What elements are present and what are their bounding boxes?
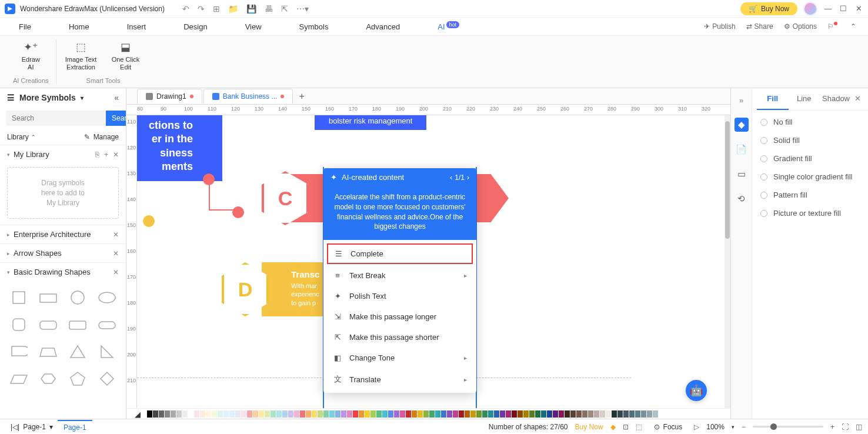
- tab-line[interactable]: Line: [789, 88, 820, 110]
- color-swatch[interactable]: [635, 410, 640, 418]
- zoom-value[interactable]: 100%: [706, 423, 725, 431]
- text-tool-button[interactable]: 📄: [735, 142, 749, 156]
- color-swatch[interactable]: [253, 410, 258, 418]
- color-swatch[interactable]: [629, 410, 635, 418]
- color-swatch[interactable]: [382, 410, 388, 418]
- user-avatar[interactable]: [803, 2, 817, 16]
- page-tab[interactable]: Page-1: [58, 420, 92, 434]
- zoom-knob[interactable]: [770, 423, 777, 430]
- maximize-button[interactable]: ☐: [839, 4, 848, 14]
- doc-tab-bank-business[interactable]: Bank Business ...: [203, 89, 293, 104]
- history-tool-button[interactable]: ⟲: [735, 192, 749, 206]
- shape-rounded-rect[interactable]: [36, 314, 60, 335]
- color-swatch[interactable]: [400, 410, 405, 418]
- color-swatch[interactable]: [459, 410, 464, 418]
- enterprise-header[interactable]: ▸ Enterprise Architecture ✕: [0, 225, 126, 243]
- color-swatch[interactable]: [223, 410, 229, 418]
- color-swatch[interactable]: [329, 410, 335, 418]
- collapse-ribbon-button[interactable]: ⌃: [850, 22, 856, 31]
- color-swatch[interactable]: [212, 410, 217, 418]
- color-swatch[interactable]: [376, 410, 382, 418]
- color-swatch[interactable]: [570, 410, 576, 418]
- close-panel-button[interactable]: ✕: [852, 88, 863, 110]
- menu-symbols[interactable]: Symbols: [292, 19, 336, 35]
- menu-design[interactable]: Design: [176, 19, 214, 35]
- color-swatch[interactable]: [494, 410, 499, 418]
- color-swatch[interactable]: [200, 410, 205, 418]
- ai-action-longer[interactable]: ⇲ Make this passage longer: [323, 306, 476, 327]
- publish-button[interactable]: ✈Publish: [704, 22, 735, 31]
- shape-circle[interactable]: [66, 287, 89, 308]
- color-swatch[interactable]: [159, 410, 164, 418]
- share-button[interactable]: ⇄Share: [746, 22, 773, 31]
- color-swatch[interactable]: [247, 410, 252, 418]
- color-swatch[interactable]: [512, 410, 517, 418]
- basic-shapes-header[interactable]: ▾ Basic Drawing Shapes ✕: [0, 263, 126, 281]
- color-swatch[interactable]: [241, 410, 246, 418]
- color-swatch[interactable]: [206, 410, 211, 418]
- shape-pentagon[interactable]: [66, 368, 89, 389]
- color-swatch[interactable]: [553, 410, 558, 418]
- color-swatch[interactable]: [365, 410, 370, 418]
- zoom-out-button[interactable]: −: [742, 423, 746, 431]
- options-button[interactable]: ⚙Options: [784, 22, 817, 31]
- shape-blue-banner[interactable]: ctions to er in the siness ments: [137, 115, 222, 181]
- color-swatch[interactable]: [194, 410, 199, 418]
- color-swatch[interactable]: [218, 410, 223, 418]
- color-swatch[interactable]: [447, 410, 452, 418]
- arrow-shapes-header[interactable]: ▸ Arrow Shapes ✕: [0, 244, 126, 262]
- ai-assistant-fab[interactable]: 🤖: [686, 380, 707, 401]
- prev-icon[interactable]: ‹: [450, 173, 452, 182]
- color-swatch[interactable]: [576, 410, 582, 418]
- color-swatch[interactable]: [323, 410, 329, 418]
- color-swatch[interactable]: [347, 410, 352, 418]
- print-icon[interactable]: 🖶: [265, 4, 273, 14]
- color-swatch[interactable]: [612, 410, 617, 418]
- color-swatch[interactable]: [171, 410, 176, 418]
- chevron-down-icon[interactable]: ▾: [732, 424, 735, 430]
- color-swatch[interactable]: [582, 410, 587, 418]
- canvas[interactable]: 110120130140150160170180190200210 ctions…: [126, 115, 730, 419]
- color-swatch[interactable]: [653, 410, 658, 418]
- color-swatch[interactable]: [588, 410, 593, 418]
- scrollbar-thumb[interactable]: [725, 121, 730, 239]
- collapse-panel-button[interactable]: «: [114, 93, 119, 102]
- open-icon[interactable]: 📁: [228, 4, 238, 14]
- slides-tool-button[interactable]: ▭: [735, 167, 749, 181]
- buy-now-button[interactable]: 🛒 Buy Now: [740, 2, 797, 15]
- color-swatch[interactable]: [182, 410, 188, 418]
- library-label[interactable]: Library: [7, 133, 29, 141]
- color-swatch[interactable]: [641, 410, 646, 418]
- search-button[interactable]: Search: [106, 111, 126, 126]
- color-swatch[interactable]: [617, 410, 623, 418]
- ai-action-polish[interactable]: ✦ Polish Text: [323, 286, 476, 306]
- notifications-button[interactable]: ⚐: [827, 22, 840, 31]
- color-swatch[interactable]: [147, 410, 152, 418]
- shape-parallelogram[interactable]: [7, 368, 31, 389]
- play-icon[interactable]: ▷: [694, 423, 699, 431]
- color-swatch[interactable]: [370, 410, 376, 418]
- fill-tool-button[interactable]: ◆: [735, 118, 749, 132]
- color-swatch[interactable]: [623, 410, 629, 418]
- buy-now-link[interactable]: Buy Now: [575, 423, 603, 431]
- option-picture-fill[interactable]: Picture or texture fill: [760, 209, 860, 218]
- shape-triangle[interactable]: [66, 341, 89, 362]
- color-swatch[interactable]: [282, 410, 288, 418]
- manage-button[interactable]: Manage: [94, 133, 119, 141]
- shape-ellipse[interactable]: [95, 287, 119, 308]
- shape-triangle-right[interactable]: [95, 341, 119, 362]
- option-no-fill[interactable]: No fill: [760, 118, 860, 126]
- add-tab-button[interactable]: +: [294, 89, 309, 104]
- new-icon[interactable]: ⊞: [213, 4, 220, 14]
- color-swatch[interactable]: [559, 410, 564, 418]
- ai-action-text-break[interactable]: ≡ Text Break ▸: [323, 265, 476, 286]
- color-swatch[interactable]: [235, 410, 241, 418]
- save-icon[interactable]: 💾: [246, 4, 256, 14]
- color-swatch[interactable]: [153, 410, 158, 418]
- shape-trapezoid[interactable]: [36, 341, 60, 362]
- color-swatch[interactable]: [523, 410, 529, 418]
- my-library-dropzone[interactable]: Drag symbols here to add to My Library: [7, 167, 119, 219]
- color-swatch[interactable]: [312, 410, 317, 418]
- color-swatch[interactable]: [465, 410, 470, 418]
- minimize-button[interactable]: —: [823, 4, 833, 14]
